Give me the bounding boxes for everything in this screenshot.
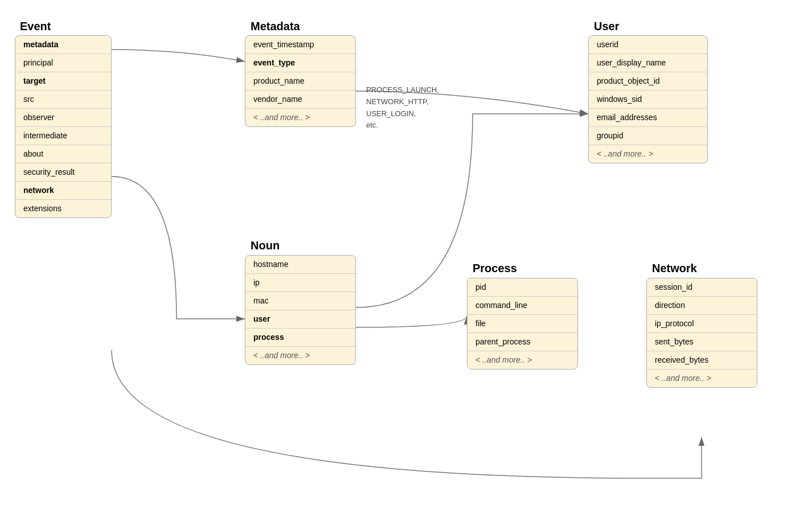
title-network: Network (652, 262, 697, 275)
field-network-3: sent_bytes (647, 333, 757, 351)
field-user-4: email_addresses (589, 109, 707, 127)
field-user-5: groupid (589, 127, 707, 145)
field-network-4: received_bytes (647, 351, 757, 370)
field-user-1: user_display_name (589, 54, 707, 72)
title-event: Event (20, 20, 51, 33)
field-metadata-3: vendor_name (245, 91, 355, 109)
field-event-4: observer (15, 109, 111, 127)
field-process-0: pid (467, 278, 577, 297)
field-event-8: network (15, 182, 111, 200)
field-metadata-0: event_timestamp (245, 36, 355, 54)
field-network-2: ip_protocol (647, 315, 757, 333)
field-network-1: direction (647, 297, 757, 315)
field-user-6: < ..and more.. > (589, 145, 707, 163)
field-process-4: < ..and more.. > (467, 351, 577, 369)
field-metadata-2: product_name (245, 72, 355, 91)
field-event-0: metadata (15, 36, 111, 54)
field-event-5: intermediate (15, 127, 111, 145)
field-event-7: security_result (15, 163, 111, 182)
field-event-1: principal (15, 54, 111, 72)
title-metadata: Metadata (251, 20, 300, 33)
field-user-2: product_object_id (589, 72, 707, 91)
field-user-3: windows_sid (589, 91, 707, 109)
field-event-2: target (15, 72, 111, 91)
entity-box-noun: hostnameipmacuserprocess< ..and more.. > (245, 255, 356, 365)
field-metadata-4: < ..and more.. > (245, 109, 355, 126)
connector-label: PROCESS_LAUNCH,NETWORK_HTTP,USER_LOGIN,e… (366, 84, 439, 132)
field-event-6: about (15, 145, 111, 163)
entity-box-event: metadataprincipaltargetsrcobserverinterm… (15, 35, 112, 218)
field-noun-4: process (245, 329, 355, 347)
entity-box-user: useriduser_display_nameproduct_object_id… (588, 35, 708, 163)
field-noun-1: ip (245, 274, 355, 292)
field-process-3: parent_process (467, 333, 577, 351)
field-process-2: file (467, 315, 577, 333)
field-noun-0: hostname (245, 256, 355, 274)
field-event-3: src (15, 91, 111, 109)
field-network-5: < ..and more.. > (647, 370, 757, 387)
field-network-0: session_id (647, 278, 757, 297)
field-metadata-1: event_type (245, 54, 355, 72)
field-noun-3: user (245, 310, 355, 329)
title-noun: Noun (251, 239, 280, 252)
entity-box-metadata: event_timestampevent_typeproduct_nameven… (245, 35, 356, 127)
field-user-0: userid (589, 36, 707, 54)
field-noun-2: mac (245, 292, 355, 310)
title-user: User (594, 20, 619, 33)
diagram: Eventmetadataprincipaltargetsrcobserveri… (0, 0, 812, 513)
title-process: Process (473, 262, 517, 275)
entity-box-process: pidcommand_linefileparent_process< ..and… (467, 278, 578, 370)
entity-box-network: session_iddirectionip_protocolsent_bytes… (646, 278, 757, 388)
field-process-1: command_line (467, 297, 577, 315)
field-event-9: extensions (15, 200, 111, 217)
field-noun-5: < ..and more.. > (245, 347, 355, 364)
